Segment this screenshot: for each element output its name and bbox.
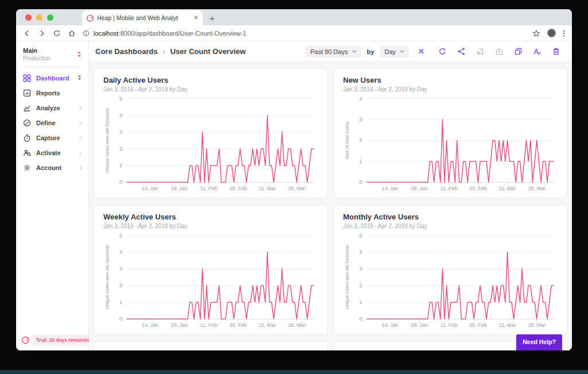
svg-text:25. Mar: 25. Mar xyxy=(528,322,545,328)
browser-tab[interactable]: Heap | Mobile and Web Analyt × xyxy=(82,10,203,25)
url-path: :8000/app/dashboard/User-Count-Overview-… xyxy=(118,30,246,37)
workspace-env: Production xyxy=(23,55,51,61)
chart-card-daily-active-users[interactable]: Daily Active Users Jan 3, 2019 - Apr 2, … xyxy=(94,68,328,198)
chart-subtitle: Jan 3, 2019 - Apr 2, 2019 by Day xyxy=(343,86,558,92)
chart-subtitle: Jan 3, 2019 - Apr 2, 2019 by Day xyxy=(103,223,318,229)
svg-text:25. Mar: 25. Mar xyxy=(288,322,305,328)
sidebar-item-reports[interactable]: Reports xyxy=(16,86,88,101)
sidebar-item-label: Activate xyxy=(36,149,61,156)
delete-trash-icon[interactable] xyxy=(552,47,560,56)
svg-text:2: 2 xyxy=(119,283,122,288)
granularity-value: Day xyxy=(385,48,396,55)
clear-filter-button[interactable]: ✕ xyxy=(415,47,428,56)
svg-text:0: 0 xyxy=(359,316,362,322)
sidebar-item-activate[interactable]: Activate › xyxy=(16,145,88,160)
minimize-window-button[interactable] xyxy=(36,14,42,21)
sidebar-item-label: Dashboard xyxy=(36,75,69,82)
sidebar: Main Production Dashboard xyxy=(16,41,89,350)
svg-text:11. Mar: 11. Mar xyxy=(259,186,276,191)
browser-window: Heap | Mobile and Web Analyt × + localho… xyxy=(16,9,572,350)
svg-text:4: 4 xyxy=(359,96,362,102)
bookmark-star-icon[interactable] xyxy=(532,29,540,37)
sidebar-item-analyze[interactable]: Analyze › xyxy=(16,101,88,115)
sidebar-divider xyxy=(23,67,82,67)
heap-favicon xyxy=(87,14,94,22)
trial-badge[interactable]: Trial: 20 days remaining xyxy=(33,335,95,345)
define-pen-icon xyxy=(23,119,31,127)
info-icon[interactable] xyxy=(83,30,90,37)
tab-title: Heap | Mobile and Web Analyt xyxy=(97,14,191,21)
svg-text:5: 5 xyxy=(119,96,122,102)
svg-text:Unique Users who did Sessions: Unique Users who did Sessions xyxy=(345,245,350,309)
svg-text:14. Jan: 14. Jan xyxy=(381,186,398,191)
reports-icon xyxy=(23,89,31,97)
date-range-dropdown[interactable]: Past 90 Days xyxy=(305,46,361,57)
workspace-caret-icon[interactable] xyxy=(77,49,82,60)
account-gear-icon xyxy=(23,164,31,172)
rename-icon[interactable] xyxy=(533,47,541,56)
heap-logo-icon xyxy=(22,336,29,344)
back-icon[interactable] xyxy=(23,29,31,37)
svg-text:Unique Users who did Sessions: Unique Users who did Sessions xyxy=(105,108,110,172)
tab-close-icon[interactable]: × xyxy=(194,14,198,21)
granularity-dropdown[interactable]: Day xyxy=(380,46,409,57)
url-bar[interactable]: localhost:8000/app/dashboard/User-Count-… xyxy=(83,30,525,37)
reload-icon[interactable] xyxy=(53,29,61,37)
chart-title: Daily Active Users xyxy=(103,76,318,84)
svg-text:Unique Users who did Sessions: Unique Users who did Sessions xyxy=(105,245,110,309)
chevron-right-icon: › xyxy=(79,105,82,111)
sidebar-item-account[interactable]: Account › xyxy=(16,160,88,175)
line-chart: 01234514. Jan28. Jan11. Feb25. Feb11. Ma… xyxy=(343,232,558,332)
chevron-right-icon: › xyxy=(79,119,82,126)
url-host: localhost xyxy=(94,30,118,37)
new-tab-button[interactable]: + xyxy=(210,14,215,22)
profile-avatar[interactable] xyxy=(547,29,556,37)
svg-text:1: 1 xyxy=(119,163,122,168)
sidebar-item-dashboard[interactable]: Dashboard xyxy=(16,71,88,86)
svg-text:3: 3 xyxy=(359,266,362,272)
share-icon[interactable] xyxy=(457,47,466,56)
chart-card-new-users[interactable]: New Users Jan 3, 2019 - Apr 2, 2019 by D… xyxy=(334,68,568,198)
sidebar-item-label: Capture xyxy=(36,134,60,141)
sidebar-item-capture[interactable]: Capture › xyxy=(16,130,88,145)
forward-icon[interactable] xyxy=(38,29,46,37)
chevron-right-icon: › xyxy=(79,164,82,171)
svg-text:11. Mar: 11. Mar xyxy=(499,322,516,328)
svg-text:14. Jan: 14. Jan xyxy=(142,186,158,191)
refresh-icon[interactable] xyxy=(438,47,447,56)
need-help-button[interactable]: Need Help? xyxy=(516,334,562,350)
chart-card-monthly-active-users[interactable]: Monthly Active Users Jan 3, 2019 - Apr 2… xyxy=(334,205,568,335)
breadcrumb-current: User Count Overview xyxy=(170,47,246,56)
chart-card-weekly-active-users[interactable]: Weekly Active Users Jan 3, 2019 - Apr 2,… xyxy=(94,205,328,335)
chart-card-total-user-count[interactable]: Total User Count xyxy=(94,341,328,350)
duplicate-icon[interactable] xyxy=(514,47,523,56)
analyze-chart-icon xyxy=(23,104,31,112)
svg-text:11. Mar: 11. Mar xyxy=(259,322,276,328)
svg-text:3: 3 xyxy=(119,129,122,135)
svg-text:25. Feb: 25. Feb xyxy=(469,322,486,328)
svg-text:3: 3 xyxy=(119,266,122,272)
chevron-down-icon xyxy=(400,50,404,53)
browser-menu-icon[interactable] xyxy=(563,29,565,37)
svg-text:11. Feb: 11. Feb xyxy=(200,322,217,328)
line-chart: 01234514. Jan28. Jan11. Feb25. Feb11. Ma… xyxy=(103,95,318,195)
browser-navbar: localhost:8000/app/dashboard/User-Count-… xyxy=(16,25,572,41)
desktop-strip xyxy=(0,370,588,374)
home-icon[interactable] xyxy=(68,29,76,37)
svg-text:25. Mar: 25. Mar xyxy=(528,186,545,191)
workspace-switcher[interactable]: Main Production xyxy=(16,41,88,61)
chart-subtitle: Jan 3, 2019 - Apr 2, 2019 by Day xyxy=(343,223,558,229)
home-pin-icon[interactable] xyxy=(495,47,504,56)
close-window-button[interactable] xyxy=(25,14,32,21)
move-to-icon[interactable] xyxy=(476,47,485,56)
zoom-window-button[interactable] xyxy=(47,14,53,21)
dashboard-header: Core Dashboards › User Count Overview Pa… xyxy=(89,41,572,62)
svg-text:11. Feb: 11. Feb xyxy=(440,186,457,191)
sidebar-item-define[interactable]: Define › xyxy=(16,115,88,130)
svg-text:28. Jan: 28. Jan xyxy=(411,322,427,328)
breadcrumb-parent[interactable]: Core Dashboards xyxy=(95,47,157,56)
svg-text:2: 2 xyxy=(119,146,122,152)
caret-updown-icon[interactable] xyxy=(78,75,82,82)
svg-text:0: 0 xyxy=(359,179,362,185)
by-label: by xyxy=(367,48,374,55)
